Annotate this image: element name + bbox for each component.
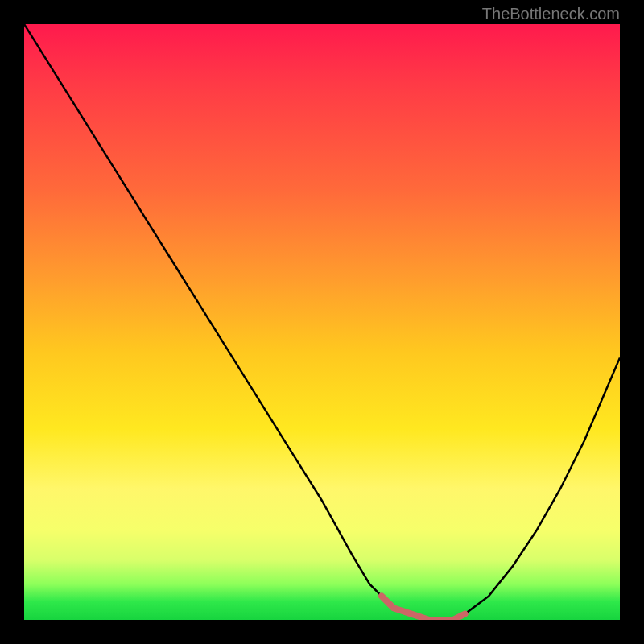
watermark-text: TheBottleneck.com xyxy=(482,5,620,23)
flat-zone-highlight-path xyxy=(382,596,465,620)
bottleneck-curve-path xyxy=(24,24,620,620)
plot-area xyxy=(24,24,620,620)
chart-svg xyxy=(24,24,620,620)
chart-container: TheBottleneck.com xyxy=(0,0,644,644)
